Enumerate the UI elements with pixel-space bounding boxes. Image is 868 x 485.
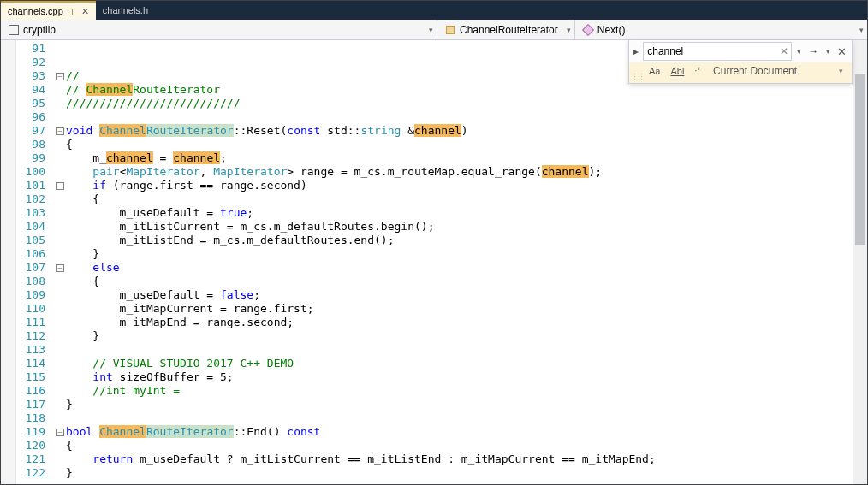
chevron-down-icon: ▾ <box>429 26 433 34</box>
line-number: 119 <box>16 425 45 439</box>
tab-bar: channels.cpp ⊤ ✕ channels.h <box>1 1 867 20</box>
project-icon <box>8 24 20 36</box>
line-number: 109 <box>16 288 45 302</box>
line-number: 108 <box>16 275 45 288</box>
use-regex-toggle[interactable]: ·* <box>692 65 703 76</box>
fold-toggle-icon[interactable]: − <box>56 429 64 436</box>
line-number: 98 <box>16 138 45 151</box>
find-scope-label: Current Document <box>713 65 797 77</box>
chevron-down-icon: ▾ <box>567 26 571 34</box>
code-line[interactable]: { <box>66 275 853 288</box>
code-line[interactable]: pair<MapIterator, MapIterator> range = m… <box>66 165 853 179</box>
line-number: 112 <box>16 329 45 343</box>
line-number: 118 <box>16 411 45 425</box>
line-number: 92 <box>16 56 45 69</box>
scrollbar-thumb[interactable] <box>855 74 865 245</box>
nav-class-dropdown[interactable]: ChannelRouteIterator ▾ <box>437 20 575 39</box>
nav-project-dropdown[interactable]: cryptlib ▾ <box>1 20 437 39</box>
line-number: 120 <box>16 439 45 452</box>
line-number: 114 <box>16 357 45 370</box>
code-line[interactable]: m_itMapEnd = range.second; <box>66 316 853 329</box>
code-line[interactable]: { <box>66 439 853 452</box>
code-area[interactable]: //// ChannelRouteIterator///////////////… <box>66 40 853 484</box>
tab-channels-h[interactable]: channels.h <box>96 1 155 20</box>
find-next-button[interactable]: → <box>806 42 822 61</box>
code-line[interactable]: else <box>66 261 853 275</box>
fold-toggle-icon[interactable]: − <box>56 73 64 80</box>
code-line[interactable]: int sizeOfBuffer = 5; <box>66 370 853 384</box>
line-number: 103 <box>16 206 45 220</box>
line-number: 117 <box>16 398 45 411</box>
find-scope-dropdown[interactable]: Current Document ▾ <box>710 65 847 77</box>
line-number: 96 <box>16 110 45 124</box>
line-number: 95 <box>16 97 45 110</box>
code-line[interactable]: } <box>66 329 853 343</box>
line-number: 105 <box>16 234 45 247</box>
match-whole-word-toggle[interactable]: Abl <box>668 65 687 77</box>
code-line[interactable]: return m_useDefault ? m_itListCurrent ==… <box>66 452 853 466</box>
code-line[interactable]: m_useDefault = true; <box>66 206 853 220</box>
line-number: 111 <box>16 316 45 329</box>
fold-toggle-icon[interactable]: − <box>56 182 64 190</box>
nav-project-label: cryptlib <box>23 24 56 36</box>
line-number: 110 <box>16 302 45 316</box>
line-number: 102 <box>16 192 45 206</box>
code-line[interactable] <box>66 343 853 357</box>
find-history-dropdown[interactable]: ▾ <box>794 42 804 61</box>
close-find-button[interactable]: ✕ <box>835 42 848 61</box>
find-mode-dropdown[interactable]: ▾ <box>823 42 833 61</box>
code-line[interactable]: if (range.first == range.second) <box>66 179 853 192</box>
nav-member-label: Next() <box>597 24 626 36</box>
code-line[interactable]: bool ChannelRouteIterator::End() const <box>66 425 853 439</box>
pin-icon[interactable]: ⊤ <box>68 7 76 16</box>
code-line[interactable] <box>66 110 853 124</box>
expand-find-replace-icon[interactable]: ▸ <box>631 42 641 61</box>
line-number: 93 <box>16 69 45 83</box>
code-line[interactable]: m_channel = channel; <box>66 151 853 165</box>
fold-toggle-icon[interactable]: − <box>56 264 64 272</box>
tab-channels-cpp[interactable]: channels.cpp ⊤ ✕ <box>1 1 96 20</box>
find-input[interactable] <box>643 42 792 61</box>
code-line[interactable] <box>66 411 853 425</box>
breakpoint-margin[interactable] <box>1 40 16 484</box>
code-line[interactable]: m_itMapCurrent = range.first; <box>66 302 853 316</box>
vertical-scrollbar[interactable] <box>853 40 867 484</box>
close-icon[interactable]: ✕ <box>81 6 89 17</box>
line-number: 100 <box>16 165 45 179</box>
code-line[interactable]: m_useDefault = false; <box>66 288 853 302</box>
code-line[interactable]: } <box>66 466 853 480</box>
code-line[interactable]: m_itListEnd = m_cs.m_defaultRoutes.end()… <box>66 234 853 247</box>
resize-handle-icon[interactable]: ⋮⋮ <box>631 73 645 81</box>
line-number: 94 <box>16 83 45 97</box>
code-line[interactable]: ////////////////////////// <box>66 97 853 110</box>
code-line[interactable]: //int myInt = <box>66 384 853 398</box>
clear-icon[interactable]: ✕ <box>780 45 788 57</box>
line-number: 122 <box>16 466 45 480</box>
tab-label: channels.h <box>103 5 148 15</box>
nav-member-dropdown[interactable]: Next() ▾ <box>575 20 867 39</box>
line-number: 97 <box>16 124 45 138</box>
line-number: 115 <box>16 370 45 384</box>
line-number: 91 <box>16 42 45 56</box>
fold-toggle-icon[interactable]: − <box>56 127 64 135</box>
code-line[interactable]: } <box>66 398 853 411</box>
code-line[interactable]: // ChannelRouteIterator <box>66 83 853 97</box>
line-number: 99 <box>16 151 45 165</box>
editor: 9192939495969798991001011021031041051061… <box>1 40 867 484</box>
line-number-gutter: 9192939495969798991001011021031041051061… <box>16 40 54 484</box>
line-number: 107 <box>16 261 45 275</box>
code-line[interactable]: } <box>66 247 853 261</box>
match-case-toggle[interactable]: Aa <box>646 65 663 77</box>
code-line[interactable]: // VISUAL STUDIO 2017 C++ DEMO <box>66 357 853 370</box>
code-line[interactable]: void ChannelRouteIterator::Reset(const s… <box>66 124 853 138</box>
code-line[interactable]: m_itListCurrent = m_cs.m_defaultRoutes.b… <box>66 220 853 234</box>
find-panel: ▸ ✕ ▾ → ▾ ✕ ⋮⋮ Aa Abl ·* Current Documen… <box>628 40 853 84</box>
navigation-bar: cryptlib ▾ ChannelRouteIterator ▾ Next()… <box>1 20 867 40</box>
line-number: 116 <box>16 384 45 398</box>
line-number: 101 <box>16 179 45 192</box>
line-number: 106 <box>16 247 45 261</box>
code-line[interactable]: { <box>66 192 853 206</box>
tab-label: channels.cpp <box>8 6 63 16</box>
fold-gutter: −−−−− <box>54 40 66 484</box>
code-line[interactable]: { <box>66 138 853 151</box>
